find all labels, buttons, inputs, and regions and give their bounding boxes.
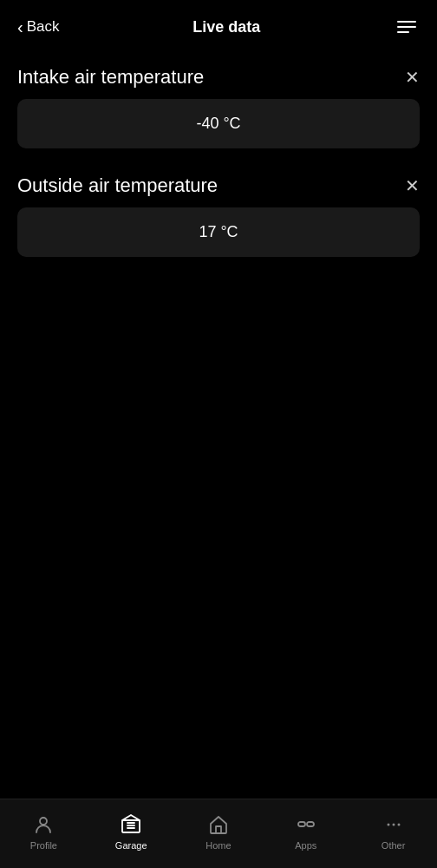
sensor-value-outside: 17 °C: [199, 223, 238, 240]
svg-rect-5: [298, 822, 305, 826]
nav-label-profile: Profile: [30, 840, 57, 851]
garage-icon: [119, 812, 143, 837]
back-button[interactable]: ‹ Back: [17, 18, 59, 36]
menu-button[interactable]: [394, 17, 420, 36]
sensor-title-outside: Outside air temperature: [17, 174, 218, 197]
sensor-header-intake: Intake air temperature ✕: [17, 66, 420, 89]
other-icon: [382, 812, 406, 837]
nav-item-apps[interactable]: Apps: [262, 812, 349, 851]
nav-label-home: Home: [205, 840, 231, 851]
home-icon: [206, 812, 231, 837]
close-outside-button[interactable]: ✕: [405, 177, 420, 194]
nav-item-home[interactable]: Home: [175, 812, 263, 851]
sensor-value-intake: -40 °C: [196, 115, 240, 132]
close-intake-button[interactable]: ✕: [405, 69, 420, 86]
nav-item-profile[interactable]: Profile: [0, 812, 88, 851]
sensor-value-box-outside: 17 °C: [17, 207, 420, 257]
sensor-block-outside: Outside air temperature ✕ 17 °C: [17, 174, 420, 257]
svg-rect-1: [122, 820, 140, 832]
back-label: Back: [27, 18, 60, 36]
header: ‹ Back Live data: [0, 0, 437, 49]
sensor-block-intake: Intake air temperature ✕ -40 °C: [17, 66, 420, 148]
page-title: Live data: [192, 18, 260, 36]
bottom-nav: Profile Garage Home: [0, 799, 437, 868]
nav-item-garage[interactable]: Garage: [88, 812, 175, 851]
nav-item-other[interactable]: Other: [349, 812, 437, 851]
sensor-header-outside: Outside air temperature ✕: [17, 174, 420, 197]
content-area: Intake air temperature ✕ -40 °C Outside …: [0, 49, 437, 257]
menu-icon-line3: [397, 31, 409, 33]
menu-icon-line1: [397, 21, 416, 23]
svg-point-9: [397, 823, 400, 825]
svg-point-8: [392, 823, 395, 825]
nav-label-other: Other: [382, 840, 406, 851]
profile-icon: [31, 812, 55, 837]
sensor-value-box-intake: -40 °C: [17, 99, 420, 148]
back-chevron-icon: ‹: [17, 18, 23, 36]
svg-rect-6: [307, 822, 314, 826]
svg-point-7: [387, 823, 389, 825]
nav-label-apps: Apps: [295, 840, 316, 851]
apps-icon: [294, 812, 318, 837]
svg-point-0: [40, 818, 47, 825]
menu-icon-line2: [397, 26, 416, 28]
nav-label-garage: Garage: [115, 840, 147, 851]
sensor-title-intake: Intake air temperature: [17, 66, 204, 89]
